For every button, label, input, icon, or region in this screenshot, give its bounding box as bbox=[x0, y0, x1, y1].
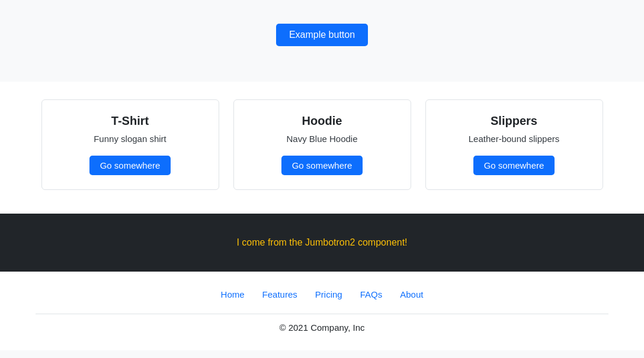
card-description-0: Funny slogan shirt bbox=[56, 134, 204, 144]
card-title-0: T-Shirt bbox=[56, 114, 204, 128]
footer-nav: HomeFeaturesPricingFAQsAbout bbox=[12, 289, 632, 299]
card-description-2: Leather-bound slippers bbox=[440, 134, 588, 144]
footer-nav-item-pricing[interactable]: Pricing bbox=[315, 289, 342, 299]
footer: HomeFeaturesPricingFAQsAbout © 2021 Comp… bbox=[0, 272, 644, 350]
hero-section: Example button bbox=[0, 0, 644, 82]
card-2: SlippersLeather-bound slippersGo somewhe… bbox=[425, 99, 603, 190]
footer-copyright: © 2021 Company, Inc bbox=[12, 322, 632, 344]
card-button-1[interactable]: Go somewhere bbox=[281, 156, 363, 175]
card-1: HoodieNavy Blue HoodieGo somewhere bbox=[233, 99, 411, 190]
card-button-2[interactable]: Go somewhere bbox=[473, 156, 555, 175]
example-button[interactable]: Example button bbox=[276, 24, 368, 46]
card-title-1: Hoodie bbox=[248, 114, 396, 128]
jumbotron2-text: I come from the Jumbotron2 component! bbox=[12, 237, 632, 248]
card-button-0[interactable]: Go somewhere bbox=[89, 156, 171, 175]
footer-nav-item-about[interactable]: About bbox=[400, 289, 423, 299]
card-0: T-ShirtFunny slogan shirtGo somewhere bbox=[41, 99, 219, 190]
footer-divider bbox=[36, 314, 608, 314]
card-description-1: Navy Blue Hoodie bbox=[248, 134, 396, 144]
footer-nav-item-faqs[interactable]: FAQs bbox=[360, 289, 383, 299]
footer-nav-item-features[interactable]: Features bbox=[262, 289, 297, 299]
cards-section: T-ShirtFunny slogan shirtGo somewhereHoo… bbox=[0, 82, 644, 214]
jumbotron2-section: I come from the Jumbotron2 component! bbox=[0, 214, 644, 272]
footer-nav-item-home[interactable]: Home bbox=[221, 289, 245, 299]
card-title-2: Slippers bbox=[440, 114, 588, 128]
